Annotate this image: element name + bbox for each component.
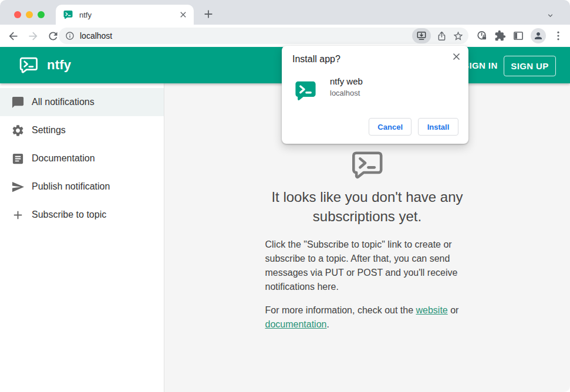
- website-link[interactable]: website: [416, 305, 448, 315]
- browser-window: ntfy localhost: [0, 0, 570, 392]
- reload-button[interactable]: [47, 30, 59, 42]
- sidebar-item-label: Publish notification: [32, 181, 110, 192]
- empty-state-heading: It looks like you don't have any subscri…: [230, 187, 505, 226]
- plus-icon: [11, 208, 25, 222]
- browser-toolbar: localhost: [0, 25, 570, 47]
- install-app-dialog: Install app? ntfy web localhost Cancel I…: [282, 46, 468, 144]
- minimize-window-button[interactable]: [26, 11, 33, 18]
- sidebar-item-settings[interactable]: Settings: [0, 116, 164, 144]
- sidebar-item-label: Settings: [32, 125, 66, 136]
- cancel-button[interactable]: Cancel: [369, 118, 412, 136]
- paragraph-text: .: [326, 319, 329, 329]
- paragraph-text: or: [448, 305, 459, 315]
- person-icon: [533, 31, 544, 41]
- address-bar[interactable]: localhost: [59, 28, 468, 44]
- sign-up-button[interactable]: SIGN UP: [504, 56, 556, 76]
- ntfy-empty-state-icon: [348, 148, 387, 182]
- toolbar-right-actions: [476, 25, 564, 47]
- sidebar-item-all-notifications[interactable]: All notifications: [0, 88, 164, 116]
- side-panel-icon[interactable]: [512, 30, 524, 42]
- dialog-app-name: ntfy web: [330, 76, 363, 86]
- omnibox-actions: [412, 28, 464, 43]
- profile-avatar[interactable]: [531, 28, 546, 43]
- dialog-title: Install app?: [292, 54, 340, 65]
- share-button[interactable]: [436, 31, 447, 42]
- tab-strip: ntfy: [0, 0, 570, 25]
- empty-state-text: Click the "Subscribe to topic" link to c…: [265, 238, 470, 332]
- close-window-button[interactable]: [14, 11, 21, 18]
- sidebar-item-label: All notifications: [32, 97, 95, 107]
- install-app-icon: [416, 30, 427, 42]
- bookmark-star-button[interactable]: [453, 31, 464, 42]
- url-text: localhost: [80, 31, 112, 40]
- dialog-app-origin: localhost: [330, 89, 360, 97]
- install-button[interactable]: Install: [418, 118, 458, 136]
- brand-title: ntfy: [47, 58, 71, 73]
- extensions-puzzle-icon[interactable]: [494, 30, 506, 42]
- browser-tab[interactable]: ntfy: [56, 5, 194, 25]
- install-app-button[interactable]: [412, 28, 431, 43]
- tab-title: ntfy: [79, 11, 92, 19]
- site-info-icon[interactable]: [65, 31, 75, 40]
- gear-icon: [11, 124, 25, 137]
- sidebar-item-label: Subscribe to topic: [32, 209, 106, 220]
- sidebar: All notifications Settings Documentation…: [0, 83, 164, 392]
- paragraph-text: For more information, check out the: [265, 305, 416, 315]
- empty-state-paragraph: Click the "Subscribe to topic" link to c…: [265, 238, 470, 294]
- empty-state: It looks like you don't have any subscri…: [164, 148, 570, 332]
- documentation-link[interactable]: documentation: [265, 319, 327, 329]
- ntfy-logo-icon: [18, 55, 40, 75]
- sidebar-item-documentation[interactable]: Documentation: [0, 144, 164, 173]
- article-icon: [11, 152, 25, 165]
- nav-buttons: [7, 25, 59, 47]
- sidebar-item-subscribe-to-topic[interactable]: Subscribe to topic: [0, 201, 164, 229]
- new-tab-button[interactable]: [202, 8, 215, 21]
- dialog-buttons: Cancel Install: [369, 118, 458, 136]
- tab-search-chevron-icon[interactable]: [546, 11, 555, 20]
- dialog-close-icon[interactable]: [451, 51, 462, 62]
- forward-button[interactable]: [27, 30, 39, 42]
- privacy-extension-icon[interactable]: [476, 30, 488, 42]
- sidebar-item-publish-notification[interactable]: Publish notification: [0, 173, 164, 201]
- chat-bubble-icon: [11, 96, 25, 109]
- ntfy-favicon-icon: [63, 9, 73, 20]
- tab-close-icon[interactable]: [178, 10, 188, 19]
- ntfy-app-icon: [294, 79, 318, 103]
- maximize-window-button[interactable]: [38, 11, 45, 18]
- empty-state-links-paragraph: For more information, check out the webs…: [265, 303, 470, 332]
- back-button[interactable]: [7, 30, 19, 42]
- sidebar-item-label: Documentation: [32, 153, 95, 164]
- send-icon: [11, 180, 25, 194]
- window-controls: [14, 11, 45, 18]
- browser-menu-icon[interactable]: [552, 30, 564, 42]
